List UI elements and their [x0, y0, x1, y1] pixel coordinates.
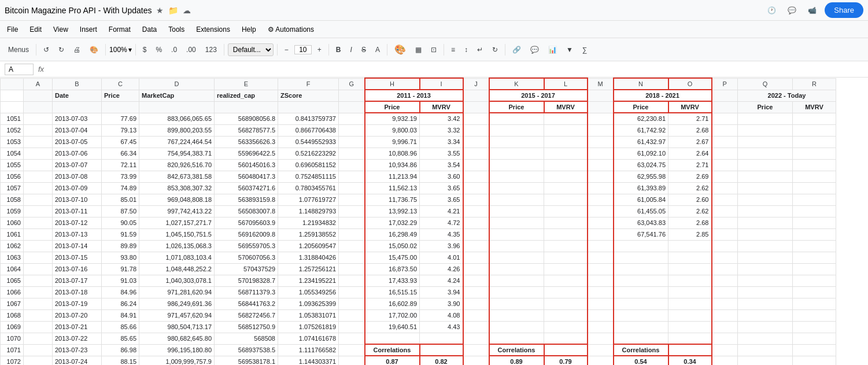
table-cell[interactable]: [614, 309, 668, 321]
table-cell[interactable]: 1053: [1, 136, 24, 148]
table-cell[interactable]: 61,742.92: [614, 124, 668, 136]
table-cell[interactable]: 1066: [1, 286, 24, 298]
table-cell[interactable]: 86.24: [102, 298, 139, 309]
table-cell[interactable]: 0.5449552933: [278, 136, 339, 148]
table-cell[interactable]: [463, 182, 489, 194]
table-row[interactable]: 10702013-07-2285.65980,682,645.805685081…: [1, 333, 836, 344]
table-cell[interactable]: [668, 252, 712, 263]
filter-button[interactable]: ▼: [563, 44, 577, 56]
dollar-button[interactable]: $: [139, 44, 150, 56]
table-cell[interactable]: 84.91: [102, 309, 139, 321]
table-cell[interactable]: [24, 333, 53, 344]
menu-tools[interactable]: Tools: [164, 24, 189, 35]
table-cell[interactable]: [463, 171, 489, 182]
table-cell[interactable]: [463, 148, 489, 159]
table-cell[interactable]: [738, 321, 793, 333]
table-cell[interactable]: [588, 252, 614, 263]
table-row[interactable]: 10642013-07-1691.781,048,448,252.2570437…: [1, 263, 836, 275]
table-cell[interactable]: 17,702.00: [365, 309, 420, 321]
table-cell[interactable]: [668, 275, 712, 286]
table-cell[interactable]: [489, 309, 544, 321]
table-cell[interactable]: 767,224,464.54: [139, 136, 215, 148]
table-cell[interactable]: 2013-07-06: [53, 148, 102, 159]
table-cell[interactable]: [588, 228, 614, 240]
rotate-button[interactable]: ↻: [489, 44, 501, 56]
table-cell[interactable]: 66.34: [102, 148, 139, 159]
table-cell[interactable]: 570437529: [215, 263, 278, 275]
table-cell[interactable]: 4.01: [420, 252, 463, 263]
table-cell[interactable]: 568711379.3: [215, 286, 278, 298]
col-J-header[interactable]: J: [463, 78, 489, 90]
table-cell[interactable]: [489, 148, 544, 159]
table-cell[interactable]: [489, 252, 544, 263]
merge-button[interactable]: ⊡: [427, 44, 440, 56]
table-cell[interactable]: [712, 275, 738, 286]
table-cell[interactable]: [463, 240, 489, 252]
table-cell[interactable]: [588, 298, 614, 309]
table-cell[interactable]: 11,562.13: [365, 182, 420, 194]
table-cell[interactable]: [712, 217, 738, 228]
table-cell[interactable]: [489, 136, 544, 148]
table-cell[interactable]: [793, 263, 836, 275]
table-cell[interactable]: [588, 333, 614, 344]
table-cell[interactable]: [793, 182, 836, 194]
table-cell[interactable]: 2013-07-18: [53, 286, 102, 298]
table-cell[interactable]: [738, 182, 793, 194]
table-cell[interactable]: [463, 136, 489, 148]
table-cell[interactable]: 754,954,383.71: [139, 148, 215, 159]
table-cell[interactable]: 568908056.8: [215, 113, 278, 124]
undo-button[interactable]: ↺: [40, 44, 53, 56]
table-cell[interactable]: [793, 344, 836, 356]
table-cell[interactable]: 2.62: [668, 182, 712, 194]
table-cell[interactable]: [712, 286, 738, 298]
col-I-header[interactable]: I: [420, 78, 463, 90]
table-row[interactable]: 10602013-07-1290.051,027,157,271.7567095…: [1, 217, 836, 228]
table-cell[interactable]: 899,800,203.55: [139, 124, 215, 136]
table-cell[interactable]: 0.8667706438: [278, 124, 339, 136]
table-row[interactable]: 10592013-07-1187.50997,742,413.225650830…: [1, 205, 836, 217]
table-cell[interactable]: [339, 217, 365, 228]
table-cell[interactable]: [544, 136, 588, 148]
table-cell[interactable]: [544, 159, 588, 171]
table-cell[interactable]: [544, 124, 588, 136]
table-cell[interactable]: [339, 298, 365, 309]
table-cell[interactable]: [712, 159, 738, 171]
table-cell[interactable]: 61,393.89: [614, 182, 668, 194]
table-cell[interactable]: 0.89: [489, 356, 544, 365]
table-cell[interactable]: 1051: [1, 113, 24, 124]
table-cell[interactable]: [544, 275, 588, 286]
table-cell[interactable]: [544, 148, 588, 159]
table-cell[interactable]: [793, 171, 836, 182]
table-row[interactable]: 10692013-07-2185.66980,504,713.175685127…: [1, 321, 836, 333]
table-cell[interactable]: [588, 263, 614, 275]
table-cell[interactable]: 1.077619727: [278, 194, 339, 205]
table-cell[interactable]: 1.234195221: [278, 275, 339, 286]
table-cell[interactable]: 565083007.8: [215, 205, 278, 217]
table-cell[interactable]: [793, 298, 836, 309]
table-cell[interactable]: 1,040,303,078.1: [139, 275, 215, 286]
table-cell[interactable]: [24, 240, 53, 252]
table-row[interactable]: 10662013-07-1884.96971,281,620.945687113…: [1, 286, 836, 298]
zoom-chevron[interactable]: ▾: [128, 46, 132, 54]
table-cell[interactable]: [614, 263, 668, 275]
table-cell[interactable]: [588, 356, 614, 365]
table-cell[interactable]: 62,230.81: [614, 113, 668, 124]
table-cell[interactable]: [339, 182, 365, 194]
strikethrough-button[interactable]: S: [358, 44, 370, 56]
table-row[interactable]: 10612013-07-1391.591,045,150,751.5569162…: [1, 228, 836, 240]
table-cell[interactable]: 2013-07-14: [53, 240, 102, 252]
table-cell[interactable]: 2013-07-03: [53, 113, 102, 124]
col-P-header[interactable]: P: [712, 78, 738, 90]
table-cell[interactable]: [712, 240, 738, 252]
valign-button[interactable]: ↕: [461, 44, 471, 56]
table-cell[interactable]: 1.093625399: [278, 298, 339, 309]
table-cell[interactable]: [738, 124, 793, 136]
table-cell[interactable]: 16,602.89: [365, 298, 420, 309]
comment-toolbar-button[interactable]: 💬: [527, 44, 542, 56]
table-cell[interactable]: [614, 298, 668, 309]
table-cell[interactable]: [614, 252, 668, 263]
table-cell[interactable]: 16,515.15: [365, 286, 420, 298]
percent-button[interactable]: %: [152, 44, 165, 56]
formula-input[interactable]: [49, 65, 863, 73]
table-cell[interactable]: 1062: [1, 240, 24, 252]
